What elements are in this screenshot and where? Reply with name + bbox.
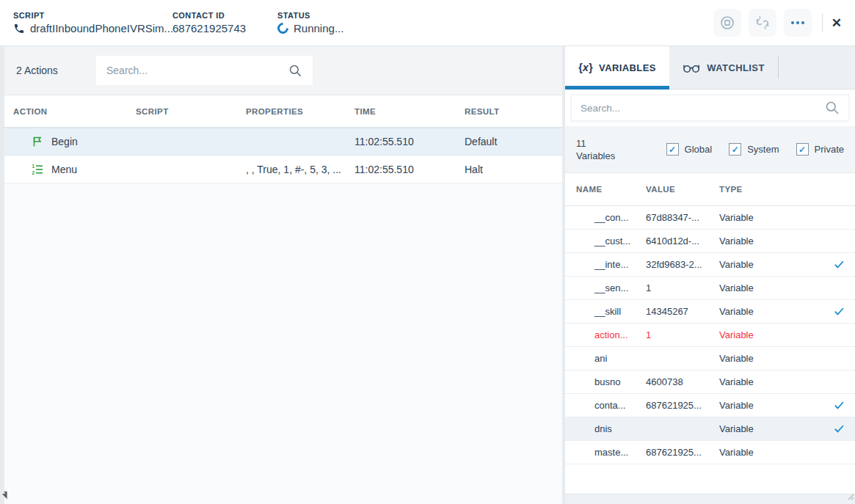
panel-footer xyxy=(565,494,855,504)
variable-name: maste... xyxy=(576,447,646,458)
tab-variables[interactable]: {x} VARIABLES xyxy=(565,46,669,89)
variables-table-header: NAME VALUE TYPE xyxy=(565,173,855,206)
filter-label: Private xyxy=(815,144,844,155)
variable-row[interactable]: ani Variable xyxy=(565,347,855,370)
close-button[interactable]: ✕ xyxy=(832,15,842,31)
contact-id-label: CONTACT ID xyxy=(172,11,277,20)
filter-checkbox-item[interactable]: ✓ System xyxy=(729,143,779,156)
col-action: ACTION xyxy=(4,107,136,116)
variables-search-row xyxy=(565,90,855,126)
actions-search-box xyxy=(96,56,313,85)
variable-row[interactable]: busno 4600738 Variable xyxy=(565,370,855,394)
header-divider xyxy=(822,13,823,32)
variable-type: Variable xyxy=(719,400,823,411)
unlink-icon xyxy=(754,15,771,31)
svg-text:2: 2 xyxy=(32,170,35,175)
col-properties: PROPERTIES xyxy=(246,107,354,116)
script-value: draftIInboundPhoneIVRSim... xyxy=(13,22,172,34)
script-name-text: draftIInboundPhoneIVRSim... xyxy=(30,22,173,34)
svg-text:1: 1 xyxy=(32,164,35,169)
contact-info: CONTACT ID 687621925743 xyxy=(172,11,277,34)
mouse-cursor xyxy=(0,489,8,504)
status-label: STATUS xyxy=(277,11,343,20)
variable-value: 1 xyxy=(646,329,719,340)
search-icon[interactable] xyxy=(825,101,840,115)
filter-label: System xyxy=(747,144,779,155)
col-value: VALUE xyxy=(646,185,719,194)
filter-checkbox-item[interactable]: ✓ Global xyxy=(666,143,713,156)
variables-count-number: 11 xyxy=(576,137,615,150)
status-text: Running... xyxy=(294,22,343,34)
variable-type: Variable xyxy=(719,282,823,293)
variable-row[interactable]: __cust... 6410d12d-... Variable xyxy=(565,230,855,253)
variables-table-body: __con... 67d88347-... Variable __cust...… xyxy=(565,206,855,464)
action-row[interactable]: Begin 11:02:55.510 Default xyxy=(4,128,562,156)
script-info: SCRIPT draftIInboundPhoneIVRSim... xyxy=(13,11,172,34)
variable-type: Variable xyxy=(719,235,823,246)
variables-search-input[interactable] xyxy=(581,103,825,114)
more-options-button[interactable] xyxy=(784,9,812,37)
col-script: SCRIPT xyxy=(136,107,246,116)
checkbox-icon[interactable]: ✓ xyxy=(796,143,809,156)
braces-x-icon: {x} xyxy=(578,62,593,73)
script-monitor-window: SCRIPT draftIInboundPhoneIVRSim... CONTA… xyxy=(0,0,855,504)
check-icon xyxy=(823,423,855,434)
action-time: 11:02:55.510 xyxy=(354,136,465,147)
variable-value: 4600738 xyxy=(646,376,719,387)
action-result: Halt xyxy=(465,164,562,175)
filter-checkbox-item[interactable]: ✓ Private xyxy=(796,143,844,156)
variable-value: 6410d12d-... xyxy=(646,235,719,246)
variable-row[interactable]: __sen... 1 Variable xyxy=(565,277,855,300)
status-info: STATUS Running... xyxy=(277,11,343,34)
variable-row[interactable]: __skill 14345267 Variable xyxy=(565,300,855,324)
variable-value: 1 xyxy=(646,282,719,293)
variable-name: conta... xyxy=(576,400,646,411)
variable-value: 687621925... xyxy=(646,400,719,411)
actions-search-input[interactable] xyxy=(106,65,288,76)
variable-value: 14345267 xyxy=(646,306,719,317)
variable-row[interactable]: __inte... 32fd9683-2... Variable xyxy=(565,253,855,277)
variables-filter-band: 11 Variables ✓ Global ✓ System ✓ Private xyxy=(565,126,855,173)
unlink-button[interactable] xyxy=(749,9,776,37)
search-icon[interactable] xyxy=(288,64,302,78)
action-name: Begin xyxy=(51,136,78,147)
variable-type: Variable xyxy=(719,376,823,387)
col-type: TYPE xyxy=(719,185,823,194)
phone-icon xyxy=(13,23,25,34)
tab-variables-label: VARIABLES xyxy=(599,62,656,73)
glasses-icon xyxy=(683,62,701,73)
variable-row[interactable]: maste... 687621925... Variable xyxy=(565,441,855,464)
col-result: RESULT xyxy=(465,107,562,116)
variable-name: __cust... xyxy=(576,235,646,246)
variable-row[interactable]: __con... 67d88347-... Variable xyxy=(565,206,855,230)
variable-filters: ✓ Global ✓ System ✓ Private xyxy=(650,143,844,156)
variable-name: dnis xyxy=(576,423,646,434)
actions-toolbar: 2 Actions xyxy=(4,46,562,95)
variable-type: Variable xyxy=(719,259,823,270)
col-name: NAME xyxy=(576,185,646,194)
variables-search-box xyxy=(571,95,849,121)
variable-name: action... xyxy=(576,329,646,340)
variable-value: 67d88347-... xyxy=(646,212,719,223)
variable-row[interactable]: action... 1 Variable xyxy=(565,324,855,347)
close-icon: ✕ xyxy=(832,16,842,30)
stop-record-icon xyxy=(719,15,735,31)
variable-type: Variable xyxy=(719,423,823,434)
action-row[interactable]: 12 Menu , , True, 1, #-, 5, 3, ... 11:02… xyxy=(4,156,562,183)
resize-handle-icon[interactable] xyxy=(846,490,854,503)
variables-count: 11 Variables xyxy=(576,137,615,162)
filter-label: Global xyxy=(685,144,713,155)
checkbox-icon[interactable]: ✓ xyxy=(729,143,741,156)
actions-table-body: Begin 11:02:55.510 Default 12 Menu , , T… xyxy=(4,128,562,183)
check-icon xyxy=(823,259,855,270)
tab-watchlist[interactable]: WATCHLIST xyxy=(669,46,778,89)
check-icon xyxy=(823,400,855,411)
variable-type: Variable xyxy=(719,329,823,340)
variable-row[interactable]: conta... 687621925... Variable xyxy=(565,394,855,417)
variable-row[interactable]: dnis Variable xyxy=(565,417,855,441)
variables-panel: {x} VARIABLES WATCHLIST 11 Var xyxy=(565,46,855,504)
tab-divider xyxy=(778,56,779,78)
flag-icon xyxy=(32,136,43,147)
checkbox-icon[interactable]: ✓ xyxy=(666,143,679,156)
stop-record-button[interactable] xyxy=(713,9,741,37)
